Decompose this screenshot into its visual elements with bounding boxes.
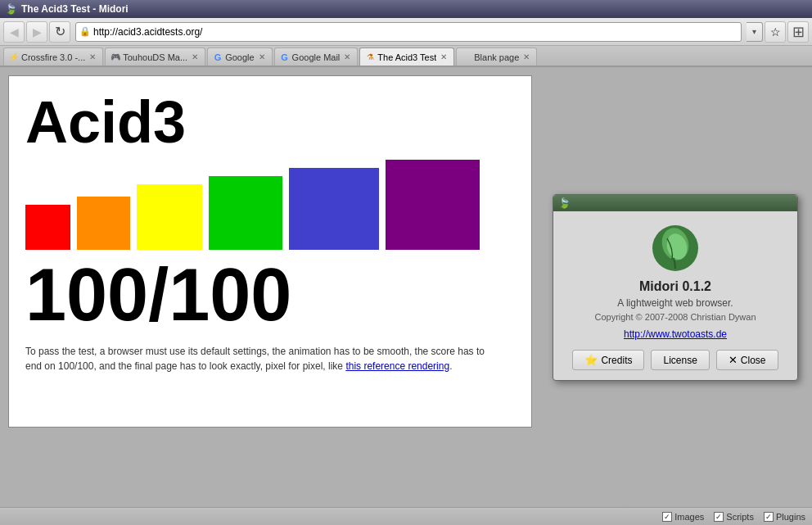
- about-dialog-icon: 🍃: [558, 197, 570, 209]
- about-buttons: ⭐ Credits License ✕ Close: [562, 350, 789, 370]
- about-url-link[interactable]: http://www.twotoasts.de: [562, 328, 789, 340]
- box-yellow: [137, 184, 202, 250]
- box-purple: [386, 160, 480, 250]
- address-dropdown[interactable]: ▾: [747, 22, 763, 42]
- tab-close-acid3[interactable]: ✕: [439, 52, 449, 62]
- midori-logo: [651, 224, 700, 273]
- acid3-description: To pass the test, a browser must use its…: [25, 344, 500, 373]
- status-plugins: ✓ Plugins: [764, 512, 805, 522]
- tab-touhouds[interactable]: 🎮 TouhouDS Ma... ✕: [105, 48, 205, 66]
- license-label: License: [663, 355, 697, 366]
- bookmark-button[interactable]: ☆: [765, 21, 786, 43]
- tab-close-google[interactable]: ✕: [257, 52, 267, 62]
- new-tab-button[interactable]: ⊞: [787, 21, 809, 43]
- reload-button[interactable]: ↻: [49, 21, 70, 43]
- box-green: [209, 176, 282, 250]
- tab-googlemail[interactable]: G Google Mail ✕: [274, 48, 359, 66]
- scripts-label: Scripts: [726, 512, 754, 522]
- images-label: Images: [674, 512, 704, 522]
- credits-label: Credits: [601, 355, 632, 366]
- tab-label-google: Google: [225, 52, 254, 62]
- status-scripts: ✓ Scripts: [714, 512, 754, 522]
- toolbar: ◀ ▶ ↻ 🔒 ▾ ☆ ⊞: [0, 18, 812, 46]
- tab-close-crossfire[interactable]: ✕: [88, 52, 97, 62]
- about-tagline: A lightweight web browser.: [562, 297, 789, 309]
- about-app-name: Midori 0.1.2: [562, 279, 789, 294]
- tab-favicon-googlemail: G: [280, 52, 290, 62]
- credits-icon: ⭐: [584, 354, 598, 366]
- tab-label-blank: Blank page: [474, 52, 519, 62]
- plugins-checkbox[interactable]: ✓: [764, 512, 774, 522]
- tab-acid3[interactable]: ⚗ The Acid3 Test ✕: [359, 48, 454, 66]
- back-button[interactable]: ◀: [3, 21, 25, 43]
- box-orange: [77, 197, 130, 250]
- tab-favicon-google: G: [213, 52, 223, 62]
- color-boxes: [25, 160, 515, 250]
- title-bar-icon: 🍃: [5, 3, 17, 15]
- tab-close-blank[interactable]: ✕: [521, 52, 531, 62]
- content-area: Acid3 100/100 To pass the test, a browse…: [0, 67, 812, 507]
- tab-label-touhouds: TouhouDS Ma...: [123, 52, 187, 62]
- tab-favicon-touhouds: 🎮: [111, 52, 120, 62]
- acid3-period: .: [449, 360, 452, 372]
- license-button[interactable]: License: [651, 350, 709, 370]
- address-bar-container: 🔒: [75, 22, 742, 42]
- tab-favicon-blank: [462, 52, 471, 62]
- status-bar: ✓ Images ✓ Scripts ✓ Plugins: [0, 507, 812, 525]
- address-input[interactable]: [93, 26, 738, 38]
- credits-button[interactable]: ⭐ Credits: [572, 350, 644, 370]
- close-button[interactable]: ✕ Close: [716, 350, 778, 370]
- box-blue: [289, 168, 379, 250]
- tab-favicon-crossfire: ⚡: [9, 52, 19, 62]
- box-red: [25, 205, 70, 250]
- tab-bar: ⚡ Crossfire 3.0 -... ✕ 🎮 TouhouDS Ma... …: [0, 46, 812, 67]
- tab-label-googlemail: Google Mail: [292, 52, 341, 62]
- images-checkbox[interactable]: ✓: [662, 512, 672, 522]
- title-bar-text: The Acid3 Test - Midori: [21, 3, 129, 15]
- close-icon: ✕: [729, 354, 738, 366]
- address-lock-icon: 🔒: [79, 26, 91, 37]
- forward-button[interactable]: ▶: [26, 21, 47, 43]
- about-dialog-content: Midori 0.1.2 A lightweight web browser. …: [553, 211, 797, 380]
- scripts-checkbox[interactable]: ✓: [714, 512, 724, 522]
- acid3-title: Acid3: [25, 93, 515, 152]
- browser-viewport: Acid3 100/100 To pass the test, a browse…: [8, 75, 532, 428]
- tab-close-googlemail[interactable]: ✕: [342, 52, 352, 62]
- tab-blank[interactable]: Blank page ✕: [456, 48, 537, 66]
- tab-google[interactable]: G Google ✕: [207, 48, 272, 66]
- reference-rendering-link[interactable]: this reference rendering: [345, 360, 449, 372]
- about-copyright: Copyright © 2007-2008 Christian Dywan: [562, 312, 789, 322]
- tab-favicon-acid3: ⚗: [365, 52, 375, 62]
- tab-close-touhouds[interactable]: ✕: [190, 52, 200, 62]
- tab-label-acid3: The Acid3 Test: [377, 52, 436, 62]
- title-bar: 🍃 The Acid3 Test - Midori: [0, 0, 812, 18]
- status-images: ✓ Images: [662, 512, 704, 522]
- about-dialog-titlebar: 🍃: [553, 195, 797, 211]
- acid3-score: 100/100: [25, 258, 515, 332]
- close-label: Close: [741, 355, 766, 366]
- tab-crossfire[interactable]: ⚡ Crossfire 3.0 -... ✕: [3, 48, 103, 66]
- plugins-label: Plugins: [776, 512, 805, 522]
- about-dialog: 🍃 Midori 0.1.2 A lightweight web browse: [553, 194, 798, 381]
- tab-label-crossfire: Crossfire 3.0 -...: [21, 52, 85, 62]
